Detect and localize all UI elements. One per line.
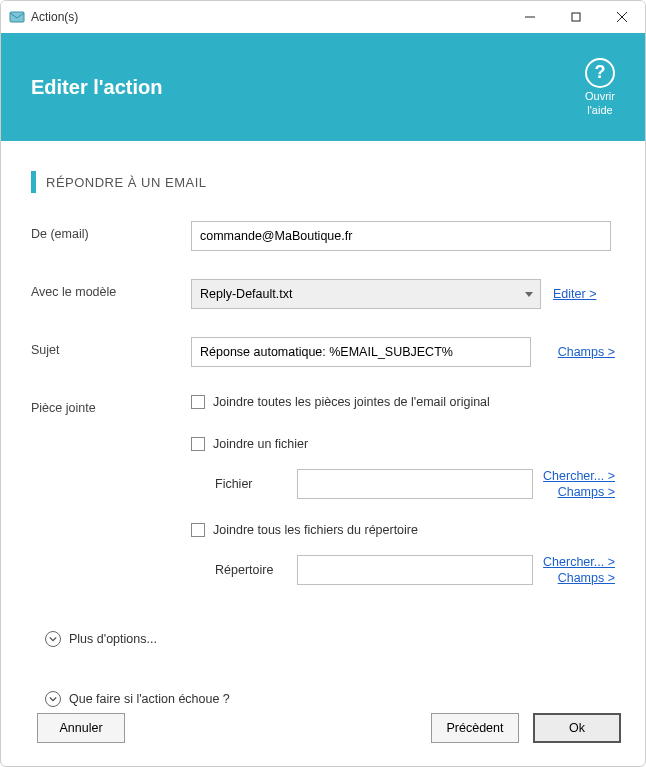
cancel-button[interactable]: Annuler bbox=[37, 713, 125, 743]
section-accent-bar bbox=[31, 171, 36, 193]
minimize-button[interactable] bbox=[507, 1, 553, 33]
dialog-footer: Annuler Précèdent Ok bbox=[1, 708, 645, 766]
subject-label: Sujet bbox=[31, 337, 191, 357]
file-sublabel: Fichier bbox=[215, 477, 287, 491]
attachment-label: Pièce jointe bbox=[31, 395, 191, 415]
subject-input[interactable] bbox=[191, 337, 531, 367]
model-label: Avec le modèle bbox=[31, 279, 191, 299]
more-options-label: Plus d'options... bbox=[69, 632, 157, 646]
attach-dir-checkbox[interactable] bbox=[191, 523, 205, 537]
from-email-input[interactable] bbox=[191, 221, 611, 251]
section-title: RÉPONDRE À UN EMAIL bbox=[46, 175, 206, 190]
close-button[interactable] bbox=[599, 1, 645, 33]
svg-rect-2 bbox=[572, 13, 580, 21]
attach-file-label: Joindre un fichier bbox=[213, 437, 308, 451]
attach-file-checkbox[interactable] bbox=[191, 437, 205, 451]
titlebar: Action(s) bbox=[1, 1, 645, 33]
help-label-2: l'aide bbox=[587, 104, 612, 116]
dir-sublabel: Répertoire bbox=[215, 563, 287, 577]
from-label: De (email) bbox=[31, 221, 191, 241]
dir-browse-link[interactable]: Chercher... > bbox=[543, 555, 615, 569]
file-browse-link[interactable]: Chercher... > bbox=[543, 469, 615, 483]
attach-original-label: Joindre toutes les pièces jointes de l'e… bbox=[213, 395, 490, 409]
edit-model-link[interactable]: Editer > bbox=[553, 287, 596, 301]
subject-fields-link[interactable]: Champs > bbox=[558, 345, 615, 359]
failure-label: Que faire si l'action échoue ? bbox=[69, 692, 230, 706]
failure-expander[interactable]: Que faire si l'action échoue ? bbox=[45, 691, 615, 707]
window-controls bbox=[507, 1, 645, 33]
chevron-down-icon bbox=[45, 691, 61, 707]
help-button[interactable]: ? Ouvrir l'aide bbox=[585, 58, 615, 116]
page-title: Editer l'action bbox=[31, 76, 162, 99]
attach-dir-label: Joindre tous les fichiers du répertoire bbox=[213, 523, 418, 537]
more-options-expander[interactable]: Plus d'options... bbox=[45, 631, 615, 647]
help-label-1: Ouvrir bbox=[585, 90, 615, 102]
help-icon: ? bbox=[585, 58, 615, 88]
page-header: Editer l'action ? Ouvrir l'aide bbox=[1, 33, 645, 141]
ok-button[interactable]: Ok bbox=[533, 713, 621, 743]
app-icon bbox=[9, 9, 25, 25]
file-fields-link[interactable]: Champs > bbox=[558, 485, 615, 499]
maximize-button[interactable] bbox=[553, 1, 599, 33]
previous-button[interactable]: Précèdent bbox=[431, 713, 519, 743]
dir-path-input[interactable] bbox=[297, 555, 533, 585]
window-title: Action(s) bbox=[31, 10, 507, 24]
form-content: RÉPONDRE À UN EMAIL De (email) Avec le m… bbox=[1, 141, 645, 708]
dir-fields-link[interactable]: Champs > bbox=[558, 571, 615, 585]
attach-original-checkbox[interactable] bbox=[191, 395, 205, 409]
file-path-input[interactable] bbox=[297, 469, 533, 499]
model-select[interactable] bbox=[191, 279, 541, 309]
svg-rect-0 bbox=[10, 12, 24, 22]
section-header: RÉPONDRE À UN EMAIL bbox=[31, 171, 615, 193]
chevron-down-icon bbox=[45, 631, 61, 647]
